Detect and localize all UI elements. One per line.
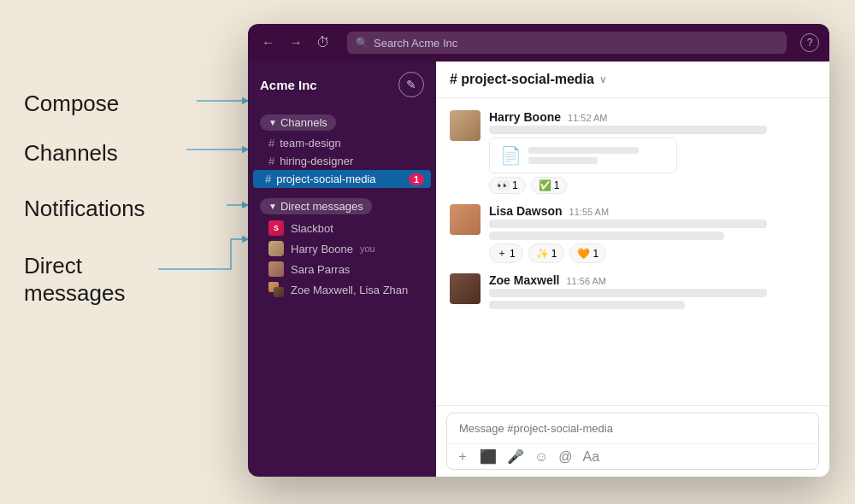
- reaction-emoji: ✅: [539, 179, 551, 191]
- notification-badge: 1: [409, 173, 424, 185]
- harry-boone-avatar: [268, 241, 284, 256]
- zoe-message-content: Zoe Maxwell 11:56 AM: [489, 273, 816, 313]
- compose-button[interactable]: ✎: [398, 72, 424, 97]
- zoe-message-avatar: [450, 273, 481, 304]
- message-lisa: Lisa Dawson 11:55 AM ＋ 1 ✨: [436, 199, 829, 268]
- channels-section: ▼ Channels # team-design # hiring-design…: [248, 108, 436, 191]
- sara-parras-avatar: [268, 261, 284, 277]
- channels-label: Channels: [280, 116, 327, 129]
- reaction-emoji: ＋: [497, 246, 507, 261]
- title-bar: ← → ⏱ 🔍 Search Acme Inc ?: [248, 24, 829, 62]
- forward-button[interactable]: →: [286, 32, 306, 54]
- harry-message-header: Harry Boone 11:52 AM: [489, 110, 816, 124]
- hash-icon: #: [265, 173, 271, 185]
- dm-pill: ▼ Direct messages: [260, 198, 372, 214]
- dm-name: Sara Parras: [291, 263, 350, 276]
- lisa-message-content: Lisa Dawson 11:55 AM ＋ 1 ✨: [489, 204, 816, 263]
- dm-arrow-icon: ▼: [268, 202, 277, 211]
- channel-item-project-social-media[interactable]: # project-social-media 1: [253, 170, 431, 188]
- lisa-timestamp: 11:55 AM: [569, 207, 609, 217]
- channels-header[interactable]: ▼ Channels: [248, 111, 436, 134]
- message-input[interactable]: [447, 413, 818, 443]
- lisa-message-avatar: [450, 204, 481, 235]
- harry-sender-name: Harry Boone: [489, 110, 561, 124]
- dm-name: Slackbot: [291, 222, 333, 235]
- channel-name: project-social-media: [276, 173, 375, 185]
- reaction-count: 1: [512, 179, 518, 191]
- help-button[interactable]: ?: [800, 33, 819, 52]
- dm-item-harry-boone[interactable]: Harry Boone you: [248, 238, 436, 259]
- workspace-name: Acme Inc: [260, 78, 317, 92]
- message-zoe: Zoe Maxwell 11:56 AM: [436, 268, 829, 318]
- file-attachment[interactable]: 📄: [489, 138, 677, 173]
- mention-tool-button[interactable]: @: [558, 449, 572, 465]
- dm-name: Zoe Maxwell, Lisa Zhan: [291, 284, 408, 296]
- zoe-text-1: [489, 289, 767, 297]
- mic-tool-button[interactable]: 🎤: [507, 448, 524, 465]
- compose-icon: ✎: [406, 78, 416, 91]
- message-input-area: ＋ ⬛ 🎤 ☺ @ Aa: [436, 405, 829, 477]
- input-toolbar: ＋ ⬛ 🎤 ☺ @ Aa: [447, 443, 818, 469]
- zoe-sender-name: Zoe Maxwell: [489, 273, 559, 287]
- channel-item-hiring-designer[interactable]: # hiring-designer: [248, 152, 436, 170]
- add-tool-button[interactable]: ＋: [456, 448, 469, 466]
- reaction-emoji: 🧡: [577, 248, 590, 260]
- dm-item-sara-parras[interactable]: Sara Parras: [248, 259, 436, 279]
- dm-name: Harry Boone: [291, 243, 353, 255]
- search-placeholder: Search Acme Inc: [374, 37, 457, 50]
- harry-reactions: 👀 1 ✅ 1: [489, 177, 816, 194]
- workspace-header: Acme Inc ✎: [248, 62, 436, 108]
- format-tool-button[interactable]: Aa: [583, 449, 600, 465]
- hash-icon: #: [268, 155, 274, 167]
- zoe-timestamp: 11:56 AM: [566, 276, 605, 286]
- reaction-emoji: 👀: [497, 179, 510, 191]
- channels-pill: ▼ Channels: [260, 114, 336, 131]
- video-tool-button[interactable]: ⬛: [480, 448, 497, 465]
- hash-icon: #: [268, 137, 274, 149]
- search-bar[interactable]: 🔍 Search Acme Inc: [347, 32, 787, 54]
- dm-header[interactable]: ▼ Direct messages: [248, 195, 436, 218]
- channel-name: team-design: [280, 137, 341, 149]
- dm-label: Direct messages: [280, 200, 363, 213]
- dm-item-slackbot[interactable]: S Slackbot: [248, 218, 436, 238]
- harry-text-1: [489, 126, 767, 134]
- reaction-check[interactable]: ✅ 1: [531, 177, 568, 194]
- reaction-eyes[interactable]: 👀 1: [489, 177, 526, 194]
- harry-message-avatar: [450, 110, 481, 141]
- emoji-tool-button[interactable]: ☺: [534, 449, 548, 465]
- history-button[interactable]: ⏱: [313, 32, 333, 54]
- slackbot-avatar: S: [268, 220, 284, 236]
- file-icon: 📄: [500, 145, 522, 166]
- chat-area: # project-social-media ∨ Harry Boone 11:…: [436, 62, 829, 477]
- message-harry: Harry Boone 11:52 AM 📄: [436, 105, 829, 199]
- dm-item-multi[interactable]: Zoe Maxwell, Lisa Zhan: [248, 279, 436, 300]
- channels-arrow-icon: ▼: [268, 118, 277, 127]
- app-body: Acme Inc ✎ ▼ Channels # team-design: [248, 62, 829, 477]
- channel-item-team-design[interactable]: # team-design: [248, 134, 436, 152]
- you-tag: you: [360, 243, 375, 254]
- zoe-text-2: [489, 301, 685, 309]
- messages-area: Harry Boone 11:52 AM 📄: [436, 98, 829, 405]
- reaction-orange-heart[interactable]: 🧡 1: [569, 243, 606, 263]
- reaction-sparkles[interactable]: ✨ 1: [528, 243, 565, 263]
- file-line-1: [528, 147, 639, 154]
- back-button[interactable]: ←: [258, 32, 279, 54]
- search-icon: 🔍: [356, 37, 369, 49]
- chat-header: # project-social-media ∨: [436, 62, 829, 98]
- channel-chevron-icon[interactable]: ∨: [599, 73, 607, 85]
- reaction-emoji: ✨: [536, 248, 549, 260]
- channel-name: hiring-designer: [280, 155, 353, 167]
- channel-title: # project-social-media: [450, 72, 594, 87]
- zoe-message-header: Zoe Maxwell 11:56 AM: [489, 273, 816, 287]
- message-input-box: ＋ ⬛ 🎤 ☺ @ Aa: [446, 413, 819, 470]
- file-line-2: [528, 157, 598, 164]
- app-window: ← → ⏱ 🔍 Search Acme Inc ? Acme Inc ✎: [248, 24, 829, 477]
- reaction-count: 1: [593, 248, 598, 260]
- sidebar: Acme Inc ✎ ▼ Channels # team-design: [248, 62, 436, 477]
- reaction-count: 1: [551, 248, 557, 260]
- reaction-count: 1: [510, 248, 516, 260]
- reaction-plus[interactable]: ＋ 1: [489, 243, 523, 263]
- multi-avatar: [268, 282, 284, 297]
- dm-section: ▼ Direct messages S Slackbot Harry Boone…: [248, 191, 436, 303]
- harry-timestamp: 11:52 AM: [568, 113, 607, 123]
